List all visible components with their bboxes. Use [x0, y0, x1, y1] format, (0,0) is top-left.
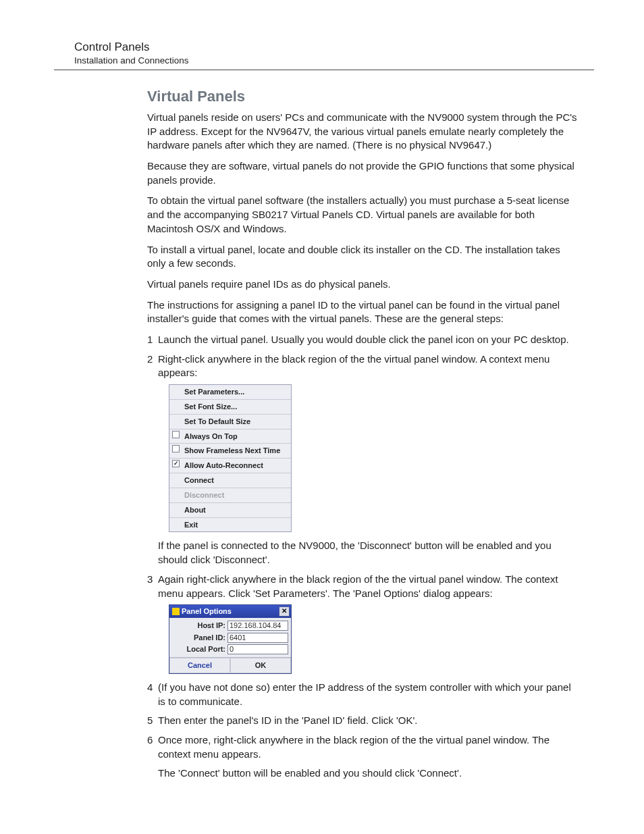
step-number: 3 [147, 573, 153, 587]
menu-item-connect[interactable]: Connect [169, 473, 291, 488]
cancel-button[interactable]: Cancel [169, 658, 230, 673]
dialog-row: Local Port: 0 [172, 644, 288, 654]
host-ip-field[interactable]: 192.168.104.84 [227, 621, 288, 631]
dialog-buttons: Cancel OK [169, 657, 291, 673]
step-item: 4 (If you have not done so) enter the IP… [147, 681, 579, 708]
header-title: Control Panels [74, 41, 594, 54]
dialog-title: Panel Options [182, 606, 232, 617]
menu-item-auto-reconnect[interactable]: ✓ Allow Auto-Reconnect [169, 459, 291, 473]
step-number: 6 [147, 733, 153, 748]
step-item: 5 Then enter the panel's ID in the 'Pane… [147, 714, 579, 728]
running-header: Control Panels Installation and Connecti… [54, 41, 594, 70]
close-icon[interactable]: ✕ [279, 606, 290, 617]
step-number: 4 [147, 681, 153, 695]
step-list: 1 Launch the virtual panel. Usually you … [147, 333, 579, 781]
checkbox-icon[interactable] [172, 445, 180, 452]
menu-label: Always On Top [184, 432, 238, 440]
body-paragraph: Virtual panels reside on users' PCs and … [147, 111, 579, 153]
body-paragraph: The instructions for assigning a panel I… [147, 298, 579, 326]
body-paragraph: Virtual panels require panel IDs as do p… [147, 278, 579, 292]
checkbox-icon[interactable] [172, 431, 180, 438]
step-follow-text: The 'Connect' button will be enabled and… [158, 766, 579, 781]
body-paragraph: Because they are software, virtual panel… [147, 159, 579, 187]
dialog-row: Panel ID: 6401 [172, 633, 288, 643]
step-text: Once more, right-click anywhere in the b… [158, 734, 549, 760]
menu-item-set-font-size[interactable]: Set Font Size... [169, 400, 291, 415]
dialog-titlebar: Panel Options ✕ [169, 605, 291, 618]
step-number: 5 [147, 714, 153, 728]
menu-item-set-parameters[interactable]: Set Parameters... [169, 385, 291, 400]
section-heading: Virtual Panels [147, 88, 579, 105]
step-text: Again right-click anywhere in the black … [158, 573, 558, 599]
dialog-body: Host IP: 192.168.104.84 Panel ID: 6401 L… [169, 618, 291, 657]
menu-item-disconnect: Disconnect [169, 488, 291, 503]
app-icon [172, 608, 180, 615]
step-text: (If you have not done so) enter the IP a… [158, 681, 571, 707]
menu-item-show-frameless[interactable]: Show Frameless Next Time [169, 444, 291, 459]
menu-label: Allow Auto-Reconnect [184, 461, 263, 469]
body-paragraph: To obtain the virtual panel software (th… [147, 194, 579, 236]
step-item: 6 Once more, right-click anywhere in the… [147, 733, 579, 781]
menu-label: Show Frameless Next Time [184, 446, 280, 454]
step-number: 1 [147, 333, 153, 347]
step-item: 3 Again right-click anywhere in the blac… [147, 573, 579, 674]
menu-item-always-on-top[interactable]: Always On Top [169, 429, 291, 444]
document-page: Control Panels Installation and Connecti… [0, 0, 644, 834]
menu-item-set-default-size[interactable]: Set To Default Size [169, 415, 291, 429]
local-port-label: Local Port: [187, 644, 225, 654]
step-item: 2 Right-click anywhere in the black regi… [147, 353, 579, 567]
dialog-row: Host IP: 192.168.104.84 [172, 621, 288, 631]
step-text: Right-click anywhere in the black region… [158, 353, 549, 379]
body-paragraph: To install a virtual panel, locate and d… [147, 243, 579, 271]
main-content: Virtual Panels Virtual panels reside on … [147, 88, 579, 781]
step-item: 1 Launch the virtual panel. Usually you … [147, 333, 579, 347]
step-follow-text: If the panel is connected to the NV9000,… [158, 539, 579, 567]
checkbox-icon[interactable]: ✓ [172, 460, 180, 467]
panel-id-label: Panel ID: [194, 633, 225, 643]
panel-options-dialog: Panel Options ✕ Host IP: 192.168.104.84 … [169, 604, 292, 674]
menu-item-about[interactable]: About [169, 503, 291, 518]
local-port-field[interactable]: 0 [227, 644, 288, 654]
step-text: Launch the virtual panel. Usually you wo… [158, 334, 569, 345]
header-subtitle: Installation and Connections [74, 55, 594, 66]
step-number: 2 [147, 353, 153, 367]
context-menu: Set Parameters... Set Font Size... Set T… [169, 384, 292, 532]
panel-id-field[interactable]: 6401 [227, 633, 288, 643]
step-text: Then enter the panel's ID in the 'Panel … [158, 714, 418, 726]
host-ip-label: Host IP: [197, 621, 225, 631]
ok-button[interactable]: OK [230, 658, 291, 673]
menu-item-exit[interactable]: Exit [169, 518, 291, 532]
